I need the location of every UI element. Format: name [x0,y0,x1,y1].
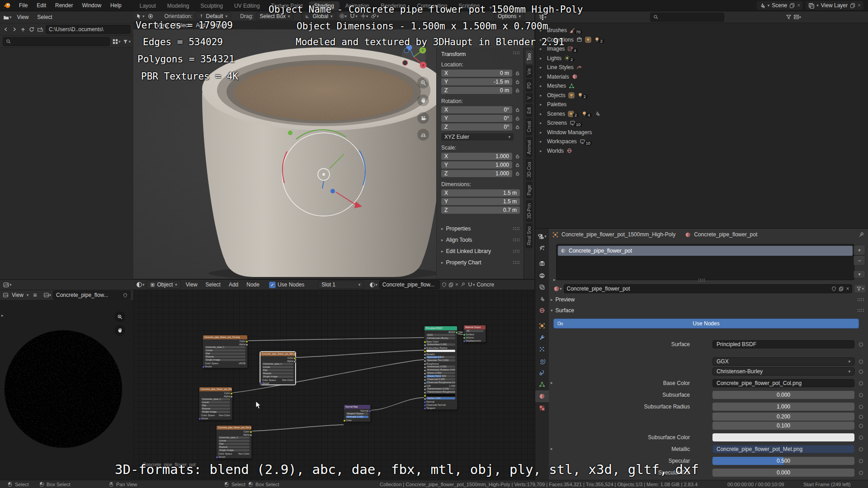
material-filter-icon[interactable]: ▾ [854,284,866,293]
display-mode-grid-icon[interactable]: ▾ [112,38,121,45]
pan-hand-icon[interactable] [417,94,429,106]
remove-view-layer-icon[interactable]: × [858,2,861,9]
sidebar-tab-too[interactable]: Too [526,50,533,64]
active-tool-icon[interactable]: ▾ [136,13,145,19]
tab-rendering[interactable]: Rendering [375,1,411,11]
pan-hand-icon[interactable] [114,325,125,336]
properties-tab-constraint[interactable] [535,367,549,379]
node-slider[interactable]: Alpha 1.000 [426,397,455,400]
hamburger-menu-icon[interactable]: ≡ [33,291,37,299]
node-dropdown[interactable]: Single Image [205,359,245,361]
image-canvas[interactable]: ▸ [0,300,133,481]
animate-dot[interactable] [859,343,863,347]
prop-slider-subsurface[interactable]: 0.000 [712,391,854,399]
image-name-field[interactable]: Concrete_pipe_f.. [262,363,293,366]
scene-name[interactable]: Scene [772,2,787,9]
pin-icon[interactable] [859,232,864,238]
transform-field-y[interactable]: Y1.5 m [441,198,520,205]
shader-material-name[interactable]: Concrete_pipe_flow... [379,280,440,289]
lock-open-icon[interactable] [515,107,520,113]
image-texture-node[interactable]: Concrete_pipe_flower_pot_Col.pngColorAlp… [203,335,248,368]
expand-arrow-icon[interactable]: ▸ [540,28,544,33]
sidebar-tab-edi[interactable]: Edi [526,104,533,117]
sidebar-tab-3d-prin[interactable]: 3D-Prin [526,200,533,222]
shader-view-menu[interactable]: View [183,282,201,288]
prop-slider-subsurface-radius[interactable]: 1.000 [712,403,854,411]
image-texture-node[interactable]: Concrete_pipe_flower_pot_Rough.pngColorA… [199,387,232,420]
normal-map-node[interactable]: Normal MapNormalTangent SpaceStrength 1.… [344,404,371,422]
animate-dot[interactable] [859,436,863,440]
node-dropdown[interactable]: Flat [218,443,250,446]
material-name-field[interactable]: Concrete_pipe_flower_pot × [564,284,853,293]
outliner-item-screens[interactable]: ▸Screens10 [535,118,868,128]
prop-field-surface[interactable]: Principled BSDF [712,340,854,348]
image-name-field[interactable]: Concrete_pipe_f.. [205,346,245,349]
expand-arrow-icon[interactable]: ▸ [540,84,544,88]
animate-dot[interactable] [859,424,863,428]
properties-tab-world[interactable] [535,305,549,316]
node-dropdown[interactable]: Single Image [218,449,250,452]
transform-field-x[interactable]: X1.5 m [441,189,520,197]
properties-tab-render[interactable] [535,258,549,269]
tool-options-icon[interactable] [147,13,154,19]
lock-open-icon[interactable] [515,116,520,121]
material-output-node[interactable]: Material OutputAllSurfaceVolumeDisplacem… [463,325,486,343]
outliner-item-worlds[interactable]: ▸Worlds [535,146,868,156]
expand-arrow-icon[interactable]: ▸ [540,102,544,107]
shader-add-menu[interactable]: Add [226,282,241,288]
viewport-canvas[interactable]: X Y Transform Location:X0 mY-1.5 mZ0 mRo… [133,29,534,279]
transform-field-z[interactable]: Z0.7 m [441,206,520,214]
node-slider[interactable]: Sheen 0.000 [426,372,455,375]
transform-pivot-dropdown[interactable]: Global▾ [302,12,336,20]
node-slider[interactable]: Anisotropic Rotation 0.000 [426,369,455,371]
animate-dot[interactable] [859,393,863,397]
node-slider[interactable]: Anisotropic 0.000 [426,366,455,368]
node-slider[interactable]: Clearcoat Roughness 0.030 [426,381,455,384]
animate-dot[interactable] [859,471,863,475]
node-dropdown[interactable]: Linear [262,366,293,369]
refresh-icon[interactable] [28,26,35,33]
animate-dot[interactable] [859,405,863,409]
tab-sculpting[interactable]: Sculpting [195,1,228,11]
outliner-item-line-styles[interactable]: ▸Line Styles [535,63,868,72]
expand-arrow-icon[interactable]: ▸ [540,149,544,153]
blender-logo-icon[interactable] [0,2,14,9]
panel-grip[interactable] [513,51,520,55]
proportional-edit-icon[interactable]: ▾ [339,13,347,19]
transform-field-y[interactable]: Y0° [441,115,512,122]
node-dropdown[interactable]: Linear [218,440,250,442]
animate-dot[interactable] [859,360,863,364]
forward-icon[interactable] [11,26,18,33]
collapsed-panel-property-chart[interactable]: ▸ Property Chart [441,257,520,268]
node-dropdown[interactable]: Single Image [201,411,230,413]
outliner-item-images[interactable]: ▸Images4 [535,44,868,54]
node-dropdown[interactable]: Repeat [201,408,230,410]
node-dropdown[interactable]: Single Image [262,375,293,378]
node-dropdown[interactable]: Repeat [262,372,293,375]
expand-arrow-icon[interactable]: ▸ [540,38,544,42]
toolbar-expand-arrow[interactable]: ▸ [1,313,4,318]
transform-field-x[interactable]: X0 m [441,70,512,77]
menu-help[interactable]: Help [106,0,126,11]
add-slot-button[interactable]: + [854,245,865,255]
prop-color-subsurface-color[interactable] [712,433,854,441]
expand-arrow-icon[interactable]: ▸ [540,121,544,125]
snap-magnet-icon[interactable]: ▾ [349,13,358,19]
node-color[interactable] [426,394,455,397]
shader-select-menu[interactable]: Select [203,282,224,288]
node-slider[interactable]: Clearcoat 0.000 [426,378,455,381]
editor-type-outliner-icon[interactable]: ▾ [538,14,547,20]
transform-field-y[interactable]: Y-1.5 m [441,78,512,85]
fake-user-shield-icon[interactable] [831,286,836,291]
image-texture-node[interactable]: Concrete_pipe_flower_pot_Met.pngColorAlp… [260,352,296,385]
back-icon[interactable] [3,26,9,33]
transform-field-y[interactable]: Y1.000 [441,161,512,169]
node-slider[interactable]: Specular 0.500 [426,356,455,359]
properties-tab-scene[interactable] [535,293,549,305]
surface-panel-header[interactable]: ▾Surface [551,307,864,314]
remove-slot-button[interactable]: − [854,255,865,266]
node-dropdown[interactable]: Flat [205,352,245,355]
sidebar-tab-creat[interactable]: Creat [526,118,533,135]
overlays-toggle-icon[interactable]: ▾ [371,13,379,19]
lock-open-icon[interactable] [515,162,520,168]
